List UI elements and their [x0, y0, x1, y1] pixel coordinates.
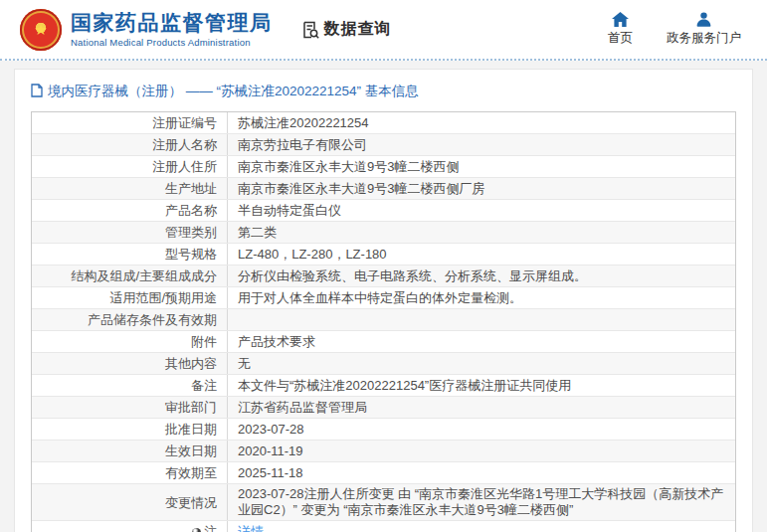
breadcrumb: 境内医疗器械（注册） —— “苏械注准20202221254” 基本信息 — [15, 70, 752, 111]
row-label: 注 — [32, 521, 228, 532]
row-value: 江苏省药品监督管理局 — [228, 397, 735, 418]
row-value: 产品技术要求 — [228, 331, 735, 352]
row-value: 无 — [228, 353, 735, 374]
row-value: 第二类 — [228, 222, 735, 243]
row-value: 南京市秦淮区永丰大道9号3幢二楼西侧厂房 — [228, 178, 735, 199]
user-icon — [696, 12, 711, 30]
document-icon — [31, 84, 48, 100]
table-row: 适用范围/预期用途用于对人体全血样本中特定蛋白的体外定量检测。 — [32, 286, 735, 308]
page-title: 境内医疗器械（注册） —— “苏械注准20202221254” 基本信息 — [48, 83, 419, 100]
table-row: 注详情 — [32, 520, 735, 532]
row-label: 注册人住所 — [32, 156, 228, 177]
table-row: 审批部门江苏省药品监督管理局 — [32, 396, 735, 418]
row-value: 2023-07-28 — [228, 419, 735, 440]
row-value: 2020-11-19 — [228, 441, 735, 461]
registration-info-table: 注册证编号苏械注准20202221254注册人名称南京劳拉电子有限公司注册人住所… — [31, 111, 736, 532]
row-value: 用于对人体全血样本中特定蛋白的体外定量检测。 — [228, 287, 735, 308]
row-label: 产品储存条件及有效期 — [32, 309, 228, 330]
row-label: 其他内容 — [32, 353, 228, 374]
table-row: 产品储存条件及有效期 — [32, 308, 735, 330]
nav-portal-label: 政务服务门户 — [667, 30, 741, 47]
row-value: 分析仪由检验系统、电子电路系统、分析系统、显示屏组成。 — [228, 266, 735, 286]
national-emblem-logo: ★ — [20, 9, 62, 51]
row-label: 批准日期 — [32, 419, 228, 440]
row-label: 注册证编号 — [32, 112, 228, 133]
row-label: 管理类别 — [32, 222, 228, 243]
row-label: 产品名称 — [32, 200, 228, 221]
nav-home-label: 首页 — [608, 30, 633, 47]
row-value: 详情 — [228, 521, 735, 532]
row-label: 结构及组成/主要组成成分 — [32, 266, 228, 286]
table-row: 变更情况2023-07-28注册人住所变更 由 “南京市秦淮区光华路1号理工大学… — [32, 483, 735, 520]
row-value: 2025-11-18 — [228, 462, 735, 483]
table-row: 生产地址南京市秦淮区永丰大道9号3幢二楼西侧厂房 — [32, 177, 735, 199]
table-row: 注册证编号苏械注准20202221254 — [32, 112, 735, 133]
row-label: 附件 — [32, 331, 228, 352]
table-row: 批准日期2023-07-28 — [32, 418, 735, 440]
row-value: 本文件与“苏械注准20202221254”医疗器械注册证共同使用 — [228, 375, 735, 396]
table-row: 注册人名称南京劳拉电子有限公司 — [32, 133, 735, 155]
table-row: 结构及组成/主要组成成分分析仪由检验系统、电子电路系统、分析系统、显示屏组成。 — [32, 265, 735, 286]
nmpa-brand[interactable]: ★ 国家药品监督管理局 National Medical Products Ad… — [20, 9, 273, 51]
table-row: 管理类别第二类 — [32, 221, 735, 243]
row-label: 注册人名称 — [32, 134, 228, 155]
row-label: 备注 — [32, 375, 228, 396]
row-label: 有效期至 — [32, 462, 228, 483]
data-query-label: 数据查询 — [324, 19, 392, 40]
row-label: 型号规格 — [32, 244, 228, 265]
row-label: 生效日期 — [32, 441, 228, 461]
row-value — [228, 309, 735, 330]
row-label: 审批部门 — [32, 397, 228, 418]
row-value: LZ-480，LZ-280，LZ-180 — [228, 244, 735, 265]
row-value: 南京劳拉电子有限公司 — [228, 134, 735, 155]
row-value: 2023-07-28注册人住所变更 由 “南京市秦淮区光华路1号理工大学科技园（… — [228, 484, 735, 520]
table-row: 产品名称半自动特定蛋白仪 — [32, 199, 735, 221]
nav-service-portal[interactable]: 政务服务门户 — [667, 12, 741, 47]
bulb-icon — [192, 528, 201, 532]
header-nav: 首页 政务服务门户 — [608, 12, 741, 47]
table-row: 备注本文件与“苏械注准20202221254”医疗器械注册证共同使用 — [32, 374, 735, 396]
data-query-tab[interactable]: 数据查询 — [300, 19, 392, 40]
org-title: 国家药品监督管理局 — [71, 11, 273, 34]
row-label: 适用范围/预期用途 — [32, 287, 228, 308]
row-value: 半自动特定蛋白仪 — [228, 200, 735, 221]
nav-home[interactable]: 首页 — [608, 12, 633, 47]
site-header: ★ 国家药品监督管理局 National Medical Products Ad… — [0, 0, 767, 61]
table-row: 型号规格LZ-480，LZ-280，LZ-180 — [32, 243, 735, 265]
content-panel: 境内医疗器械（注册） —— “苏械注准20202221254” 基本信息 注册证… — [14, 69, 753, 532]
table-row: 生效日期2020-11-19 — [32, 440, 735, 461]
document-search-icon — [300, 20, 320, 40]
home-icon — [612, 12, 629, 30]
table-row: 其他内容无 — [32, 352, 735, 374]
row-value: 南京市秦淮区永丰大道9号3幢二楼西侧 — [228, 156, 735, 177]
row-value: 苏械注准20202221254 — [228, 112, 735, 133]
detail-link[interactable]: 详情 — [238, 524, 264, 532]
table-row: 有效期至2025-11-18 — [32, 461, 735, 483]
table-row: 附件产品技术要求 — [32, 330, 735, 352]
row-label: 变更情况 — [32, 484, 228, 520]
org-subtitle: National Medical Products Administration — [71, 37, 273, 48]
table-row: 注册人住所南京市秦淮区永丰大道9号3幢二楼西侧 — [32, 155, 735, 177]
row-label: 生产地址 — [32, 178, 228, 199]
